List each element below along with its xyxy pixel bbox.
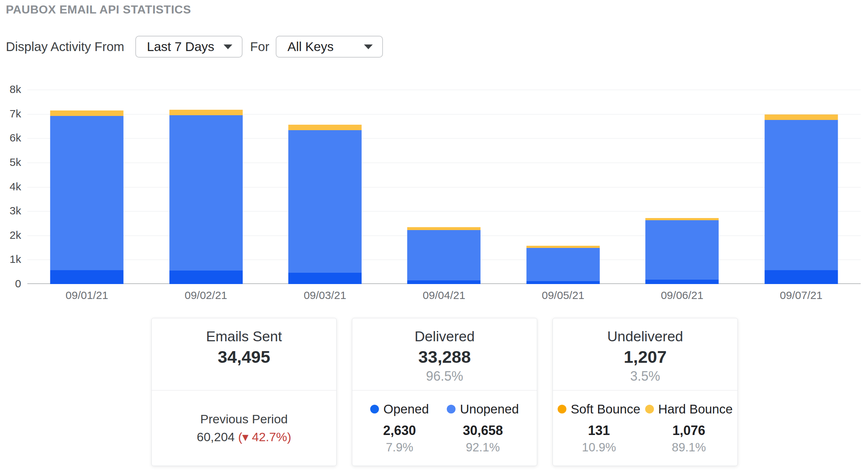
bar-segment-unopened-09/01/21[interactable] [50,116,124,270]
x-axis-tick-09/04/21: 09/04/21 [384,289,503,302]
bar-slot [504,90,623,284]
bar-segment-bounces-09/04/21[interactable] [407,227,481,230]
hard-bounce-legend-dot-icon [645,405,654,413]
stacked-bar-09/04/21[interactable] [407,227,481,284]
emails-sent-card: Emails Sent 34,495 Previous Period 60,20… [151,318,337,466]
y-axis-tick-6k: 6k [0,132,21,144]
unopened-percent: 92.1% [466,440,500,454]
card-title: Undelivered [607,328,683,346]
bar-slot [266,90,384,284]
y-axis-tick-3k: 3k [0,205,21,217]
unopened-legend-item: Unopened 30,658 92.1% [447,402,519,454]
bar-segment-opened-09/06/21[interactable] [646,280,719,284]
bars-container [27,90,861,284]
bar-segment-bounces-09/03/21[interactable] [288,125,362,130]
bar-slot [384,90,503,284]
bar-slot [742,90,861,284]
bar-segment-opened-09/05/21[interactable] [526,281,600,284]
y-axis-tick-0: 0 [0,277,21,290]
bar-segment-unopened-09/06/21[interactable] [646,220,719,280]
hard-bounce-count: 1,076 [673,423,705,438]
chart-plot-area: 01k2k3k4k5k6k7k8k [27,90,861,284]
bar-segment-opened-09/02/21[interactable] [169,271,243,284]
soft-bounce-count: 131 [588,423,610,438]
bar-slot [27,90,146,284]
bar-segment-opened-09/01/21[interactable] [50,270,124,284]
bar-segment-unopened-09/02/21[interactable] [169,115,243,271]
bar-segment-bounces-09/07/21[interactable] [764,114,838,120]
summary-cards-row: Emails Sent 34,495 Previous Period 60,20… [151,318,738,466]
x-axis-tick-09/02/21: 09/02/21 [146,289,265,302]
x-axis-tick-09/01/21: 09/01/21 [27,289,146,302]
delivered-percent: 96.5% [426,368,463,385]
bar-slot [146,90,265,284]
soft-bounce-percent: 10.9% [582,440,616,454]
bar-segment-bounces-09/01/21[interactable] [50,110,124,116]
soft-bounce-legend-dot-icon [558,405,566,413]
y-axis-tick-7k: 7k [0,108,21,120]
bar-segment-opened-09/04/21[interactable] [407,280,481,284]
previous-period-label: Previous Period [200,410,288,428]
y-axis-tick-2k: 2k [0,229,21,241]
y-axis-tick-1k: 1k [0,253,21,265]
email-activity-chart: 01k2k3k4k5k6k7k8k 09/01/2109/02/2109/03/… [0,0,868,314]
bar-segment-unopened-09/03/21[interactable] [288,130,362,272]
bar-segment-unopened-09/07/21[interactable] [764,120,838,270]
previous-period-value: 60,204 (▾ 42.7%) [197,428,291,446]
stacked-bar-09/02/21[interactable] [169,110,243,284]
chart-x-axis-labels: 09/01/2109/02/2109/03/2109/04/2109/05/21… [27,289,861,302]
bar-segment-unopened-09/04/21[interactable] [407,230,481,280]
delivered-value: 33,288 [418,346,471,368]
stacked-bar-09/05/21[interactable] [526,246,600,284]
stacked-bar-09/03/21[interactable] [288,125,362,284]
bar-segment-opened-09/07/21[interactable] [764,270,838,284]
delivered-card: Delivered 33,288 96.5% Opened 2,630 7.9% [352,318,537,466]
stacked-bar-09/06/21[interactable] [646,218,719,284]
card-title: Emails Sent [206,328,282,346]
soft-bounce-legend-item: Soft Bounce 131 10.9% [558,402,640,454]
y-axis-tick-4k: 4k [0,180,21,193]
hard-bounce-legend-item: Hard Bounce 1,076 89.1% [645,402,733,454]
x-axis-tick-09/07/21: 09/07/21 [742,289,861,302]
bar-slot [623,90,741,284]
y-axis-tick-8k: 8k [0,83,21,96]
hard-bounce-percent: 89.1% [672,440,706,454]
previous-period-change: (▾ 42.7%) [238,430,291,444]
opened-count: 2,630 [383,423,416,438]
x-axis-tick-09/06/21: 09/06/21 [623,289,741,302]
undelivered-card: Undelivered 1,207 3.5% Soft Bounce 131 1… [553,318,738,466]
opened-legend-dot-icon [370,405,379,413]
stacked-bar-09/07/21[interactable] [764,114,838,284]
opened-legend-label: Opened [383,402,429,416]
bar-segment-bounces-09/02/21[interactable] [169,110,243,115]
undelivered-percent: 3.5% [630,368,660,385]
bar-segment-unopened-09/05/21[interactable] [526,248,600,281]
undelivered-value: 1,207 [624,346,667,368]
unopened-legend-dot-icon [447,405,456,413]
y-axis-tick-5k: 5k [0,156,21,168]
bar-segment-opened-09/03/21[interactable] [288,273,362,284]
opened-legend-item: Opened 2,630 7.9% [370,402,429,454]
unopened-legend-label: Unopened [460,402,519,416]
x-axis-tick-09/03/21: 09/03/21 [266,289,384,302]
hard-bounce-legend-label: Hard Bounce [658,402,733,416]
soft-bounce-legend-label: Soft Bounce [571,402,640,416]
unopened-count: 30,658 [463,423,503,438]
card-title: Delivered [415,328,475,346]
x-axis-tick-09/05/21: 09/05/21 [504,289,623,302]
opened-percent: 7.9% [386,440,413,454]
stacked-bar-09/01/21[interactable] [50,110,124,284]
emails-sent-value: 34,495 [218,346,270,368]
